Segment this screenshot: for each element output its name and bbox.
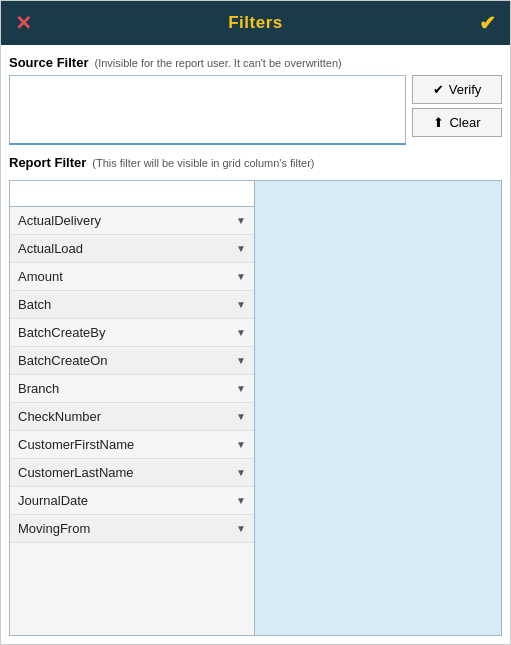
list-item[interactable]: MovingFrom▼ <box>10 515 254 543</box>
report-filter-label-row: Report Filter (This filter will be visib… <box>9 155 502 170</box>
filter-expression-panel[interactable] <box>255 180 502 636</box>
source-filter-label-row: Source Filter (Invisible for the report … <box>9 55 502 70</box>
filter-arrow-icon: ▼ <box>236 271 246 282</box>
filter-arrow-icon: ▼ <box>236 467 246 478</box>
source-filter-description: (Invisible for the report user. It can't… <box>94 57 341 69</box>
filter-item-label: BatchCreateBy <box>18 325 105 340</box>
source-filter-area: ✔ Verify ⬆ Clear <box>9 75 502 145</box>
list-item[interactable]: Amount▼ <box>10 263 254 291</box>
filter-list-panel: ActualDelivery▼ActualLoad▼Amount▼Batch▼B… <box>9 180 255 636</box>
filter-item-label: MovingFrom <box>18 521 90 536</box>
filter-item-label: ActualLoad <box>18 241 83 256</box>
filter-arrow-icon: ▼ <box>236 299 246 310</box>
report-filter-row: ActualDelivery▼ActualLoad▼Amount▼Batch▼B… <box>9 180 502 636</box>
list-item[interactable]: CheckNumber▼ <box>10 403 254 431</box>
filter-item-label: BatchCreateOn <box>18 353 108 368</box>
filter-search-input[interactable] <box>10 181 254 207</box>
list-item[interactable]: Branch▼ <box>10 375 254 403</box>
filter-item-label: Amount <box>18 269 63 284</box>
filter-item-label: Batch <box>18 297 51 312</box>
filters-window: ✕ Filters ✔ Source Filter (Invisible for… <box>0 0 511 645</box>
source-filter-textarea[interactable] <box>9 75 406 145</box>
confirm-button[interactable]: ✔ <box>479 13 496 33</box>
list-item[interactable]: CustomerLastName▼ <box>10 459 254 487</box>
filter-arrow-icon: ▼ <box>236 355 246 366</box>
report-filter-description: (This filter will be visible in grid col… <box>92 157 314 169</box>
list-item[interactable]: JournalDate▼ <box>10 487 254 515</box>
filter-item-label: CustomerLastName <box>18 465 134 480</box>
verify-label: Verify <box>449 82 482 97</box>
filter-arrow-icon: ▼ <box>236 243 246 254</box>
verify-button[interactable]: ✔ Verify <box>412 75 502 104</box>
clear-button[interactable]: ⬆ Clear <box>412 108 502 137</box>
list-item[interactable]: BatchCreateBy▼ <box>10 319 254 347</box>
filter-item-label: CustomerFirstName <box>18 437 134 452</box>
report-filter-section: Report Filter (This filter will be visib… <box>9 155 502 636</box>
clear-label: Clear <box>449 115 480 130</box>
filter-arrow-icon: ▼ <box>236 215 246 226</box>
source-filter-label: Source Filter <box>9 55 88 70</box>
titlebar: ✕ Filters ✔ <box>1 1 510 45</box>
filter-arrow-icon: ▼ <box>236 383 246 394</box>
report-filter-label: Report Filter <box>9 155 86 170</box>
close-button[interactable]: ✕ <box>15 13 32 33</box>
filter-item-label: JournalDate <box>18 493 88 508</box>
list-item[interactable]: ActualLoad▼ <box>10 235 254 263</box>
filter-item-label: CheckNumber <box>18 409 101 424</box>
filter-item-label: ActualDelivery <box>18 213 101 228</box>
list-item[interactable]: BatchCreateOn▼ <box>10 347 254 375</box>
list-item[interactable]: CustomerFirstName▼ <box>10 431 254 459</box>
list-item[interactable]: ActualDelivery▼ <box>10 207 254 235</box>
filter-arrow-icon: ▼ <box>236 327 246 338</box>
filter-arrow-icon: ▼ <box>236 523 246 534</box>
filter-arrow-icon: ▼ <box>236 411 246 422</box>
main-content: Source Filter (Invisible for the report … <box>1 45 510 644</box>
verify-icon: ✔ <box>433 82 444 97</box>
filter-list: ActualDelivery▼ActualLoad▼Amount▼Batch▼B… <box>10 207 254 635</box>
source-filter-buttons: ✔ Verify ⬆ Clear <box>412 75 502 145</box>
clear-icon: ⬆ <box>433 115 444 130</box>
window-title: Filters <box>228 13 283 33</box>
filter-arrow-icon: ▼ <box>236 439 246 450</box>
filter-arrow-icon: ▼ <box>236 495 246 506</box>
filter-item-label: Branch <box>18 381 59 396</box>
list-item[interactable]: Batch▼ <box>10 291 254 319</box>
